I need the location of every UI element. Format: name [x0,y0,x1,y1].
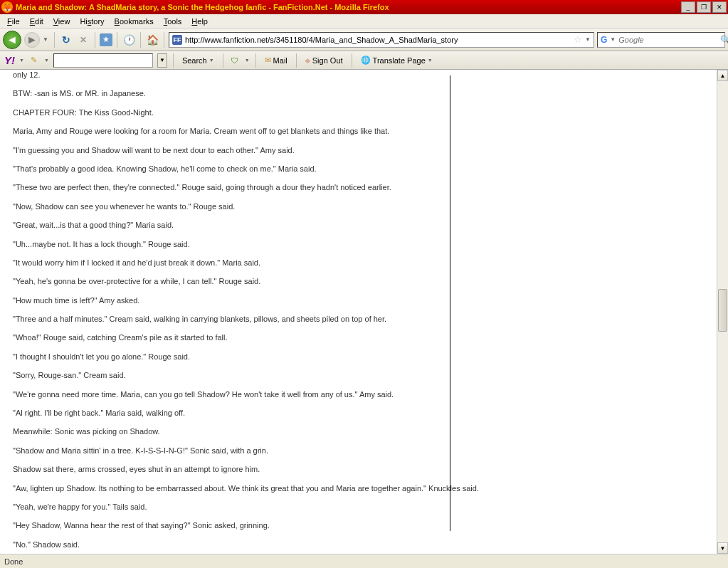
scroll-thumb[interactable] [718,289,727,332]
menu-file[interactable]: File [3,16,24,27]
bookmarks-button[interactable]: ★ [100,33,112,46]
yahoo-mail-button[interactable]: ✉Mail [262,54,290,66]
url-input[interactable] [185,36,571,44]
menu-view[interactable]: View [49,16,75,27]
story-paragraph: "Aw, lighten up Shadow. Its nothing to b… [13,483,704,494]
menu-bookmarks[interactable]: Bookmarks [110,16,158,27]
navigation-toolbar: ◄ ► ▼ ↻ ✕ ★ 🕐 🏠 FF ☆ ▼ G ▼ 🔍 [0,28,728,51]
story-paragraph: "Now, Shadow can see you whenever he wan… [13,201,704,212]
menu-history[interactable]: History [75,16,108,27]
story-paragraph: only 12. [13,70,704,80]
story-paragraph: "Shadow and Maria sittin' in a tree. K-I… [13,446,704,456]
scroll-down-button[interactable]: ▼ [717,542,728,554]
story-paragraph: "Whoa!" Rouge said, catching Cream's pil… [13,332,704,343]
story-paragraph: Meanwhile: Sonic was picking on Shadow. [13,426,704,437]
search-bar[interactable]: G ▼ 🔍 [597,32,725,48]
yahoo-toolbar: Y! ▼ ✎ ▼ ▼ Search▼ 🛡 ▼ ✉Mail ⎆Sign Out 🌐… [0,51,728,70]
status-bar: Done [0,554,728,568]
url-bar[interactable]: FF ☆ ▼ [169,32,594,48]
story-paragraph: "Great, wait...is that a good thing?" Ma… [13,220,704,231]
menu-edit[interactable]: Edit [26,16,48,27]
story-paragraph: "I thought I shouldn't let you go alone.… [13,352,704,362]
yahoo-translate-button[interactable]: 🌐Translate Page▼ [358,54,436,66]
story-paragraph: "No." Shadow said. [13,540,704,550]
story-paragraph: "How much time is left?" Amy asked. [13,295,704,306]
site-favicon: FF [172,35,182,45]
search-engine-dropdown[interactable]: ▼ [610,36,616,43]
google-icon: G [601,35,607,45]
search-go-icon[interactable]: 🔍 [720,35,728,45]
reload-button[interactable]: ↻ [59,33,73,47]
vertical-scrollbar[interactable]: ▲ ▼ [717,70,728,554]
page-content: only 12.BTW: -san is MS. or MR. in Japan… [0,70,717,554]
url-dropdown[interactable]: ▼ [585,36,591,43]
story-paragraph: CHAPTER FOUR: The Kiss Good-Night. [13,107,704,118]
yahoo-search-dropdown[interactable]: ▼ [157,53,167,68]
yahoo-logo: Y! [4,54,15,66]
story-paragraph: "I'm guessing you and Shadow will want t… [13,145,704,156]
story-paragraph: "Yeah, we're happy for you." Tails said. [13,502,704,512]
story-paragraph: Shadow sat there, arms crossed, eyes shu… [13,464,704,475]
stop-button[interactable]: ✕ [76,33,90,47]
story-paragraph: "These two are perfect then, they're con… [13,182,704,193]
yahoo-search-input[interactable] [53,53,153,68]
history-dropdown[interactable]: ▼ [43,36,50,43]
pencil-icon[interactable]: ✎ [28,55,40,66]
close-button[interactable]: ✕ [712,1,727,13]
story-paragraph: BTW: -san is MS. or MR. in Japanese. [13,88,704,99]
minimize-button[interactable]: _ [681,1,695,13]
window-titlebar: 🦊 Maria and Shadow: A ShadMaria story, a… [0,0,728,14]
yahoo-search-button[interactable]: Search▼ [179,55,217,66]
story-paragraph: "Hey Shadow, Wanna hear the rest of that… [13,520,704,531]
menu-tools[interactable]: Tools [159,16,186,27]
bookmark-star-icon[interactable]: ☆ [574,34,582,45]
story-paragraph: "Sorry, Rouge-san." Cream said. [13,370,704,381]
signout-icon: ⎆ [305,56,310,65]
story-paragraph: "Yeah, he's gonna be over-protective for… [13,276,704,287]
yahoo-menu-dropdown[interactable]: ▼ [19,58,24,63]
content-divider [450,75,450,531]
home-button[interactable]: 🏠 [145,33,159,47]
menu-bar: File Edit View History Bookmarks Tools H… [0,14,728,28]
story-paragraph: "Three and a half minutes." Cream said, … [13,314,704,325]
scroll-up-button[interactable]: ▲ [717,70,728,81]
story-paragraph: "Uh...maybe not. It has a lock though." … [13,239,704,250]
firefox-icon: 🦊 [1,1,13,13]
translate-icon: 🌐 [361,56,371,65]
window-title: Maria and Shadow: A ShadMaria story, a S… [16,3,681,11]
maximize-button[interactable]: ❐ [697,1,711,13]
shield-icon[interactable]: 🛡 [229,55,241,66]
scroll-track[interactable] [717,81,728,542]
yahoo-signout-button[interactable]: ⎆Sign Out [302,55,346,66]
story-paragraph: Maria, Amy and Rouge were looking for a … [13,126,704,137]
mail-icon: ✉ [265,56,271,65]
menu-help[interactable]: Help [187,16,212,27]
story-paragraph: "That's probably a good idea. Knowing Sh… [13,164,704,174]
story-paragraph: "We're gonna need more time. Maria, can … [13,389,704,400]
story-paragraph: "Al right. I'll be right back." Maria sa… [13,408,704,419]
status-text: Done [4,557,23,566]
story-paragraph: "It would worry him if I locked it and h… [13,258,704,268]
history-button[interactable]: 🕐 [122,33,136,47]
search-input[interactable] [618,36,717,44]
forward-button[interactable]: ► [24,32,40,48]
back-button[interactable]: ◄ [3,31,21,49]
